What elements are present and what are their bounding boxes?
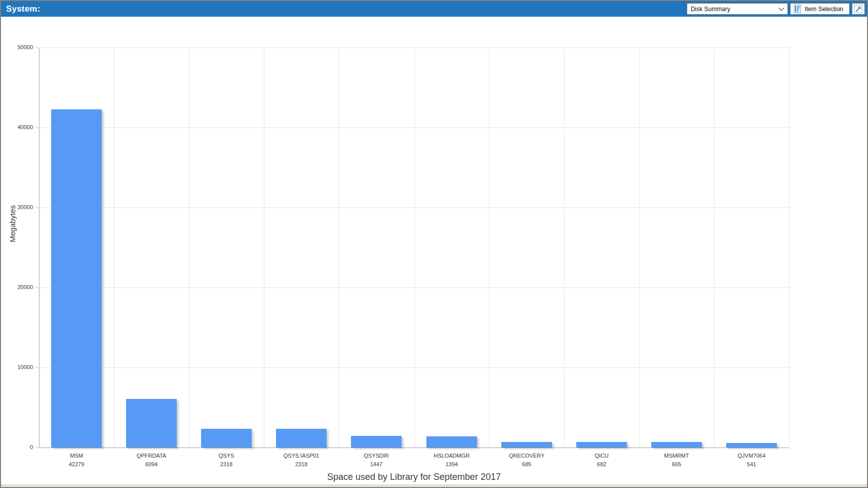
gridline [714,48,715,448]
bar[interactable] [426,436,477,448]
y-tick-label: 40000 [9,124,33,130]
category-value-label: 6094 [114,461,189,467]
category-value-label: 685 [489,461,564,467]
x-axis-title: Space used by Library for September 2017 [39,472,789,482]
bar[interactable] [201,429,252,448]
y-axis-title: Megabytes [8,224,17,242]
gridline [489,48,490,448]
y-tick-mark [35,288,38,288]
category-value-label: 682 [564,461,639,467]
bar[interactable] [501,442,552,448]
category-value-label: 2318 [189,461,264,467]
bar[interactable] [726,443,777,448]
gridline [414,48,415,448]
y-tick-label: 0 [9,444,33,450]
gridline [189,48,189,448]
gridline [114,48,114,448]
gridline [564,48,565,448]
category-value-label: 42279 [39,461,114,467]
bar[interactable] [51,109,102,448]
y-tick-label: 20000 [9,284,33,290]
y-tick-mark [35,448,38,448]
bar[interactable] [351,436,402,448]
y-axis-line [39,48,40,448]
gridline [639,48,640,448]
category-label: QSYS [189,453,264,459]
category-value-label: 1447 [339,461,414,467]
gridline [264,48,264,448]
category-value-label: 665 [639,461,714,467]
category-label: MSM [39,453,114,459]
y-tick-mark [35,128,38,128]
bar[interactable] [651,442,702,448]
category-label: QPFRDATA [114,453,189,459]
y-tick-mark [35,208,38,208]
bar[interactable] [576,442,627,448]
category-label: HSLOADMGR [414,453,489,459]
x-axis-line [39,448,789,448]
category-label: QSYSDIR [339,453,414,459]
category-label: QJVM7064 [714,453,789,459]
y-tick-label: 50000 [9,44,33,50]
bar[interactable] [276,429,327,448]
category-label: MSMRMT [639,453,714,459]
bar-chart: Megabytes Space used by Library for Sept… [1,1,867,487]
gridline [789,48,790,448]
y-tick-mark [35,368,38,368]
category-value-label: 1394 [414,461,489,467]
category-value-label: 541 [714,461,789,467]
gridline [339,48,339,448]
y-tick-mark [35,48,38,48]
bar[interactable] [126,399,177,448]
y-tick-label: 10000 [9,364,33,370]
bottom-strip [1,484,867,487]
y-tick-label: 30000 [9,204,33,210]
category-label: QRECOVERY [489,453,564,459]
category-label: QICU [564,453,639,459]
category-value-label: 2318 [264,461,339,467]
category-label: QSYS:IASP01 [264,453,339,459]
app-window: System: Disk Summary [0,0,868,488]
